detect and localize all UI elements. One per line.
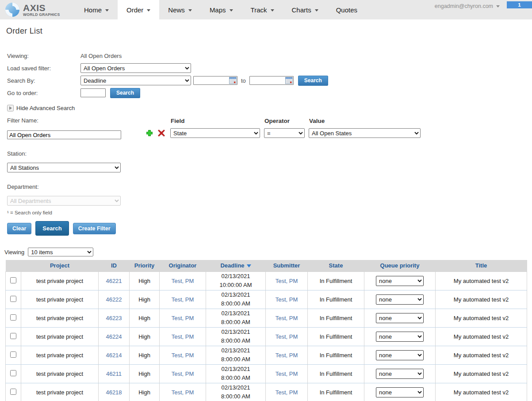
notification-badge[interactable]: 1 xyxy=(507,1,532,8)
order-table-body: test private project 46221 High Test, PM… xyxy=(6,271,527,401)
cell-title: My automated test v2 xyxy=(436,290,527,309)
table-header-row: Project ID Priority Originator Deadline … xyxy=(6,260,527,271)
originator-link[interactable]: Test, PM xyxy=(172,278,194,284)
cell-project: test private project xyxy=(21,364,99,383)
queue-priority-select[interactable]: none xyxy=(376,294,424,305)
calendar-icon[interactable] xyxy=(285,77,293,84)
filter-name-input[interactable] xyxy=(7,130,121,139)
queue-priority-select[interactable]: none xyxy=(376,369,424,379)
submitter-link[interactable]: Test, PM xyxy=(276,296,298,303)
priority-column-header[interactable]: Priority xyxy=(130,260,160,271)
queue-priority-column-header[interactable]: Queue priority xyxy=(364,260,436,271)
nav-item-maps[interactable]: Maps xyxy=(201,0,242,19)
row-checkbox[interactable] xyxy=(10,389,16,395)
criteria-operator-select[interactable]: = xyxy=(264,128,305,138)
go-to-order-search-button[interactable]: Search xyxy=(110,88,140,98)
criteria-value-select[interactable]: All Open States xyxy=(309,128,421,138)
cell-order-id: 46223 xyxy=(99,309,130,327)
chevron-down-icon xyxy=(315,9,318,11)
originator-link[interactable]: Test, PM xyxy=(172,370,194,377)
saved-filter-select[interactable]: All Open Orders xyxy=(80,63,191,73)
nav-item-order[interactable]: Order xyxy=(118,0,159,19)
submitter-link[interactable]: Test, PM xyxy=(276,352,298,359)
create-filter-button[interactable]: Create Filter xyxy=(73,223,116,234)
cell-submitter: Test, PM xyxy=(266,309,308,327)
queue-priority-select[interactable]: none xyxy=(376,332,424,342)
cell-project: test private project xyxy=(21,383,99,401)
criteria-field-select[interactable]: State xyxy=(170,128,260,138)
originator-column-header[interactable]: Originator xyxy=(160,260,206,271)
originator-link[interactable]: Test, PM xyxy=(172,333,194,340)
order-id-link[interactable]: 46221 xyxy=(106,278,122,284)
row-checkbox[interactable] xyxy=(10,277,16,283)
cell-select xyxy=(6,309,21,327)
deadline-search-button[interactable]: Search xyxy=(298,76,328,86)
row-checkbox[interactable] xyxy=(10,370,16,376)
order-id-link[interactable]: 46211 xyxy=(106,370,122,377)
table-row: test private project 46221 High Test, PM… xyxy=(6,271,527,290)
row-checkbox[interactable] xyxy=(10,296,16,302)
deadline-column-header[interactable]: Deadline xyxy=(206,260,266,271)
viewing-value: All Open Orders xyxy=(80,53,122,59)
cell-order-id: 46214 xyxy=(99,346,130,364)
order-id-link[interactable]: 46223 xyxy=(106,315,122,321)
page-size-select[interactable]: 10 items xyxy=(28,248,93,256)
to-label: to xyxy=(241,77,246,84)
nav-item-home[interactable]: Home xyxy=(75,0,118,19)
advanced-search-button[interactable]: Search xyxy=(35,221,69,236)
row-checkbox[interactable] xyxy=(10,351,16,358)
row-checkbox[interactable] xyxy=(10,314,16,321)
submitter-link[interactable]: Test, PM xyxy=(276,333,298,340)
cell-priority: High xyxy=(130,383,160,401)
user-menu[interactable]: engadmin@chyron.com xyxy=(435,3,500,9)
cell-priority: High xyxy=(130,290,160,309)
remove-criteria-icon[interactable] xyxy=(158,130,165,137)
queue-priority-select[interactable]: none xyxy=(376,313,424,323)
queue-priority-select[interactable]: none xyxy=(376,350,424,360)
cell-order-id: 46211 xyxy=(99,364,130,383)
order-id-link[interactable]: 46218 xyxy=(106,389,122,396)
submitter-link[interactable]: Test, PM xyxy=(276,315,298,321)
hide-advanced-search-toggle[interactable]: Hide Advanced Search xyxy=(7,105,532,111)
cell-title: My automated test v2 xyxy=(436,364,527,383)
cell-deadline: 02/13/2021 8:00:00 AM xyxy=(206,327,266,346)
submitter-link[interactable]: Test, PM xyxy=(276,278,298,284)
cell-project: test private project xyxy=(21,327,99,346)
id-column-header[interactable]: ID xyxy=(99,260,130,271)
table-row: test private project 46214 High Test, PM… xyxy=(6,346,527,364)
queue-priority-select[interactable]: none xyxy=(376,387,424,397)
project-column-header[interactable]: Project xyxy=(21,260,99,271)
cell-project: test private project xyxy=(21,271,99,290)
submitter-link[interactable]: Test, PM xyxy=(276,389,298,396)
order-id-link[interactable]: 46214 xyxy=(106,352,122,359)
brand-logo[interactable]: AXIS WORLD GRAPHICS xyxy=(0,0,75,19)
table-row: test private project 46211 High Test, PM… xyxy=(6,364,527,383)
order-id-link[interactable]: 46222 xyxy=(106,296,122,303)
nav-item-track[interactable]: Track xyxy=(242,0,283,19)
nav-item-charts[interactable]: Charts xyxy=(283,0,327,19)
nav-item-quotes[interactable]: Quotes xyxy=(327,0,366,19)
table-row: test private project 46222 High Test, PM… xyxy=(6,290,527,309)
search-by-select[interactable]: Deadline xyxy=(80,76,191,85)
row-checkbox[interactable] xyxy=(10,333,16,339)
submitter-column-header[interactable]: Submitter xyxy=(266,260,308,271)
clear-button[interactable]: Clear xyxy=(7,223,31,234)
cell-select xyxy=(6,383,21,401)
title-column-header[interactable]: Title xyxy=(436,260,527,271)
originator-link[interactable]: Test, PM xyxy=(172,296,194,303)
originator-link[interactable]: Test, PM xyxy=(172,389,194,396)
calendar-icon[interactable] xyxy=(229,77,237,84)
originator-link[interactable]: Test, PM xyxy=(172,352,194,359)
submitter-link[interactable]: Test, PM xyxy=(276,370,298,377)
cell-deadline: 02/13/2021 10:00:00 AM xyxy=(206,271,266,290)
order-id-link[interactable]: 46224 xyxy=(106,333,122,340)
originator-link[interactable]: Test, PM xyxy=(172,315,194,321)
state-column-header[interactable]: State xyxy=(308,260,364,271)
cell-state: In Fulfillment xyxy=(308,364,364,383)
add-criteria-icon[interactable] xyxy=(146,130,153,137)
queue-priority-select[interactable]: none xyxy=(376,276,424,286)
station-select[interactable]: All Stations xyxy=(7,163,121,172)
nav-item-news[interactable]: News xyxy=(159,0,201,19)
department-select: All Departments xyxy=(7,196,121,206)
go-to-order-input[interactable] xyxy=(80,88,106,97)
